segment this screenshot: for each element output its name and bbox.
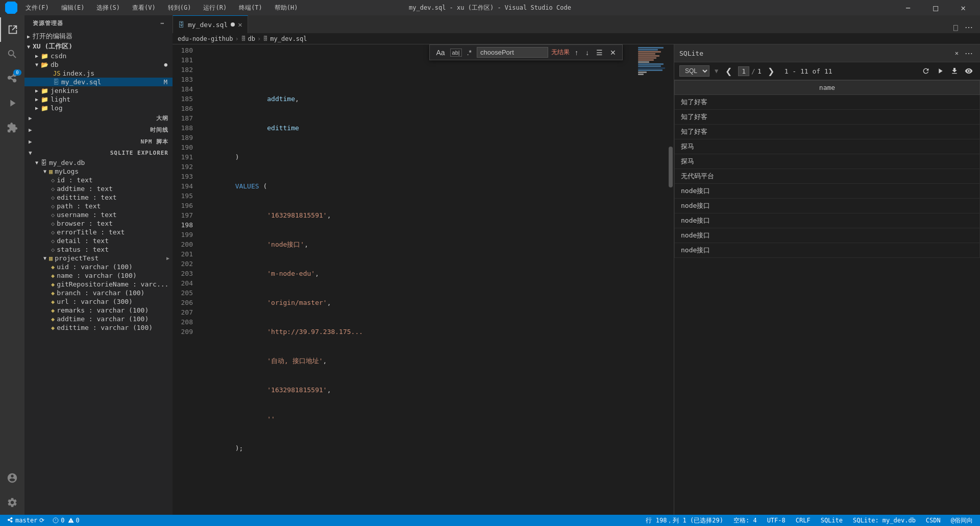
sql-type-dropdown[interactable]: SQL: [679, 65, 709, 77]
menu-file[interactable]: 文件(F): [21, 0, 53, 15]
menu-view[interactable]: 查看(V): [128, 0, 160, 15]
run-query-button[interactable]: [934, 66, 946, 76]
sqlite-table-area[interactable]: name 知了好客知了好客知了好客探马探马无代码平台node接口node接口no…: [674, 80, 980, 515]
tab-mydevsql[interactable]: 🗄 my_dev.sql ✕: [173, 15, 248, 33]
maximize-button[interactable]: □: [924, 0, 947, 15]
col-errortitle[interactable]: ◇ errorTitle : text: [24, 228, 173, 236]
col-addtime[interactable]: ◇ addtime : text: [24, 184, 173, 193]
minimize-button[interactable]: −: [896, 0, 920, 15]
account-icon[interactable]: [0, 466, 24, 490]
split-editor-button[interactable]: ⎕: [951, 22, 960, 33]
folder-light[interactable]: ▶ 📁 light: [24, 95, 173, 104]
col-edittime[interactable]: ◇ edittime : text: [24, 193, 173, 202]
spaces-item[interactable]: 空格: 4: [731, 516, 759, 525]
workspace-section[interactable]: ▼ XU (工作区): [24, 41, 173, 52]
download-button[interactable]: [948, 66, 961, 76]
search-icon[interactable]: [0, 42, 24, 66]
file-mydevsql[interactable]: 🗄 my_dev.sql M: [24, 78, 173, 86]
sqlite-close-button[interactable]: ✕: [955, 50, 959, 57]
table-row[interactable]: node接口: [675, 228, 980, 243]
col-browser[interactable]: ◇ browser : text: [24, 219, 173, 228]
line-ending-item[interactable]: CRLF: [794, 517, 813, 524]
find-input[interactable]: [477, 47, 548, 58]
breadcrumb-2[interactable]: db: [248, 35, 255, 42]
find-next-button[interactable]: ↓: [583, 47, 591, 58]
open-editors-section[interactable]: ▶ 打开的编辑器: [24, 31, 173, 41]
table-row[interactable]: node接口: [675, 243, 980, 258]
db-name-item[interactable]: SQLite: my_dev.db: [851, 517, 918, 524]
tab-close-button[interactable]: ✕: [238, 20, 242, 29]
col-header-name[interactable]: name: [675, 81, 980, 95]
table-projecttest[interactable]: ▼ ▦ projectTest ▶: [24, 254, 173, 262]
table-row[interactable]: node接口: [675, 213, 980, 228]
nav-prev-button[interactable]: ❮: [723, 65, 734, 77]
col-addtime2[interactable]: ◆ addtime : varchar (100): [24, 315, 173, 323]
find-regex-button[interactable]: .*: [465, 47, 474, 58]
find-select-all-button[interactable]: ☰: [594, 47, 605, 58]
errors-item[interactable]: 0 0: [51, 517, 81, 524]
encoding-item[interactable]: UTF-8: [765, 517, 788, 524]
table-row[interactable]: 探马: [675, 154, 980, 169]
find-case-sensitive-button[interactable]: Aa: [434, 47, 447, 58]
code-lines[interactable]: addtime, edittime ) VALUES ( '1632981815…: [198, 44, 674, 515]
menu-run[interactable]: 运行(R): [199, 0, 231, 15]
language-item[interactable]: SQLite: [819, 517, 845, 524]
menu-terminal[interactable]: 终端(T): [235, 0, 266, 15]
col-uid[interactable]: ◆ uid : varchar (100): [24, 262, 173, 271]
eye-button[interactable]: [963, 66, 975, 76]
explorer-icon[interactable]: [0, 17, 24, 42]
menu-goto[interactable]: 转到(G): [164, 0, 195, 15]
file-indexjs[interactable]: JS index.js: [24, 69, 173, 78]
table-row[interactable]: 无代码平台: [675, 169, 980, 184]
sqlite-more-button[interactable]: ⋯: [963, 47, 975, 59]
close-button[interactable]: ✕: [951, 0, 975, 15]
source-control-icon[interactable]: 0: [0, 66, 24, 91]
find-prev-button[interactable]: ↑: [573, 47, 580, 58]
csdn-item[interactable]: CSDN: [924, 517, 943, 524]
breadcrumb-3[interactable]: my_dev.sql: [270, 35, 307, 42]
sidebar-more-icon[interactable]: ⋯: [160, 20, 164, 27]
refresh-button[interactable]: [920, 66, 932, 76]
col-status[interactable]: ◇ status : text: [24, 245, 173, 254]
current-page[interactable]: 1: [738, 66, 749, 76]
table-row[interactable]: 知了好客: [675, 125, 980, 139]
projecttest-expand-icon[interactable]: ▶: [166, 255, 169, 261]
extensions-icon[interactable]: [0, 115, 24, 140]
col-gitreponame[interactable]: ◆ gitRepositorieName : varc...: [24, 280, 173, 289]
folder-db[interactable]: ▼ 📂 db ●: [24, 60, 173, 69]
git-branch-item[interactable]: master ⟳: [5, 517, 46, 524]
col-detail[interactable]: ◇ detail : text: [24, 236, 173, 245]
section-timeline[interactable]: ▶ 时间线: [24, 124, 173, 136]
scroll-thumb[interactable]: [669, 147, 673, 187]
find-close-button[interactable]: ✕: [608, 47, 618, 58]
table-row[interactable]: 知了好客: [675, 95, 980, 110]
menu-edit[interactable]: 编辑(E): [57, 0, 89, 15]
breadcrumb-1[interactable]: edu-node-github: [178, 35, 233, 42]
table-row[interactable]: 知了好客: [675, 110, 980, 125]
nav-next-button[interactable]: ❯: [766, 65, 776, 77]
menu-help[interactable]: 帮助(H): [271, 0, 302, 15]
db-file[interactable]: ▼ 🗄 my_dev.db: [24, 158, 173, 167]
code-editor[interactable]: Aa ab| .* 无结果 ↑ ↓ ☰ ✕ 180 181 182 183 18…: [173, 44, 674, 515]
run-icon[interactable]: [0, 91, 24, 115]
menu-select[interactable]: 选择(S): [92, 0, 124, 15]
folder-csdn[interactable]: ▶ 📁 csdn: [24, 52, 173, 60]
table-row[interactable]: 探马: [675, 139, 980, 154]
author-item[interactable]: @俗间向: [949, 516, 975, 525]
col-url[interactable]: ◆ url : varchar (300): [24, 297, 173, 306]
position-item[interactable]: 行 198，列 1 (已选择29): [644, 516, 725, 525]
folder-jenkins[interactable]: ▶ 📁 jenkins: [24, 86, 173, 95]
table-mylogs[interactable]: ▼ ▦ myLogs: [24, 167, 173, 176]
section-npm[interactable]: ▶ NPM 脚本: [24, 136, 173, 148]
col-name[interactable]: ◆ name : varchar (100): [24, 271, 173, 280]
table-row[interactable]: node接口: [675, 184, 980, 199]
section-sqlite-explorer[interactable]: ▼ SQLITE EXPLORER: [24, 148, 173, 158]
col-edittime2[interactable]: ◆ edittime : varchar (100): [24, 323, 173, 332]
col-path[interactable]: ◇ path : text: [24, 202, 173, 210]
col-id[interactable]: ◇ id : text: [24, 176, 173, 184]
col-username[interactable]: ◇ username : text: [24, 210, 173, 219]
folder-log[interactable]: ▶ 📁 log: [24, 104, 173, 112]
table-row[interactable]: node接口: [675, 199, 980, 213]
editor-scrollbar[interactable]: [668, 44, 674, 515]
find-whole-word-button[interactable]: ab|: [450, 49, 462, 57]
